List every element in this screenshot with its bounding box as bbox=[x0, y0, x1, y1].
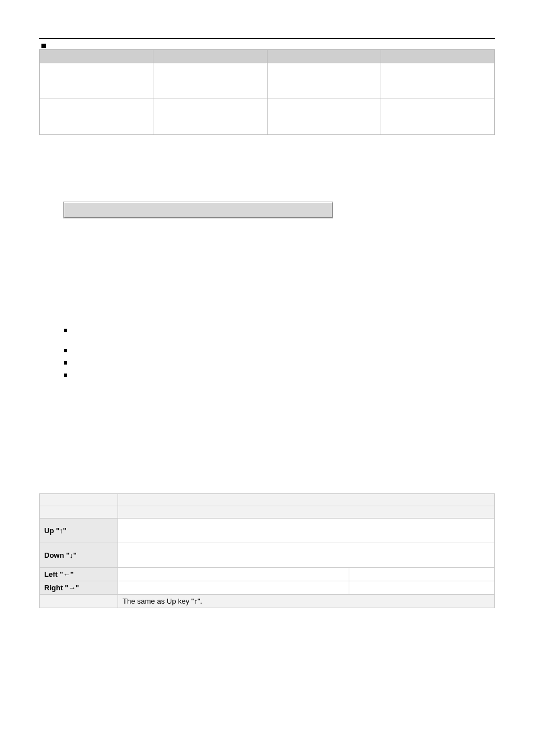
square-bullet-icon bbox=[64, 349, 67, 352]
square-bullet-icon bbox=[64, 329, 67, 332]
upper-grid-header-cell bbox=[267, 50, 381, 63]
upper-grid-cell bbox=[381, 63, 494, 99]
embossed-bar bbox=[64, 202, 332, 218]
upper-grid-cell bbox=[267, 63, 381, 99]
upper-grid-header-row bbox=[40, 50, 495, 63]
upper-grid-cell bbox=[153, 63, 267, 99]
keys-row-up: Up "↑" bbox=[40, 519, 495, 543]
top-rule bbox=[39, 38, 495, 39]
keys-table: Up "↑" Down "↓" Left "←" Right "→" The s… bbox=[39, 493, 495, 608]
bullet-item bbox=[64, 344, 495, 357]
keys-cell bbox=[349, 581, 495, 595]
upper-grid-row bbox=[40, 99, 495, 135]
bullet-item bbox=[64, 369, 495, 381]
keys-header-cell bbox=[40, 506, 118, 519]
keys-row-left: Left "←" bbox=[40, 568, 495, 581]
upper-grid-header-cell bbox=[381, 50, 494, 63]
section-bullet-row bbox=[41, 44, 495, 48]
square-bullet-icon bbox=[41, 44, 46, 48]
key-label-right: Right "→" bbox=[40, 581, 118, 595]
keys-header-cell bbox=[40, 494, 118, 506]
keys-cell bbox=[349, 568, 495, 581]
keys-cell bbox=[40, 595, 118, 608]
upper-grid-header-cell bbox=[153, 50, 267, 63]
keys-note-cell: The same as Up key "↑". bbox=[118, 595, 495, 608]
keys-header-cell bbox=[118, 494, 495, 506]
keys-header-cell bbox=[118, 506, 495, 519]
keys-row-right: Right "→" bbox=[40, 581, 495, 595]
bullet-list bbox=[64, 324, 495, 381]
upper-grid-cell bbox=[381, 99, 494, 135]
upper-grid-cell bbox=[40, 99, 153, 135]
key-label-down: Down "↓" bbox=[40, 543, 118, 568]
upper-grid-header-cell bbox=[40, 50, 153, 63]
keys-cell bbox=[118, 543, 495, 568]
upper-grid-cell bbox=[153, 99, 267, 135]
upper-grid-cell bbox=[267, 99, 381, 135]
key-label-up: Up "↑" bbox=[40, 519, 118, 543]
bullet-item bbox=[64, 357, 495, 369]
square-bullet-icon bbox=[64, 361, 67, 365]
keys-row-note: The same as Up key "↑". bbox=[40, 595, 495, 608]
keys-cell bbox=[118, 581, 349, 595]
keys-cell bbox=[118, 519, 495, 543]
upper-grid-table bbox=[39, 49, 495, 135]
key-label-left: Left "←" bbox=[40, 568, 118, 581]
upper-grid-row bbox=[40, 63, 495, 99]
upper-grid-cell bbox=[40, 63, 153, 99]
square-bullet-icon bbox=[64, 374, 67, 377]
keys-subheader-row bbox=[40, 506, 495, 519]
keys-row-down: Down "↓" bbox=[40, 543, 495, 568]
bullet-item bbox=[64, 324, 495, 337]
keys-header-row bbox=[40, 494, 495, 506]
keys-cell bbox=[118, 568, 349, 581]
